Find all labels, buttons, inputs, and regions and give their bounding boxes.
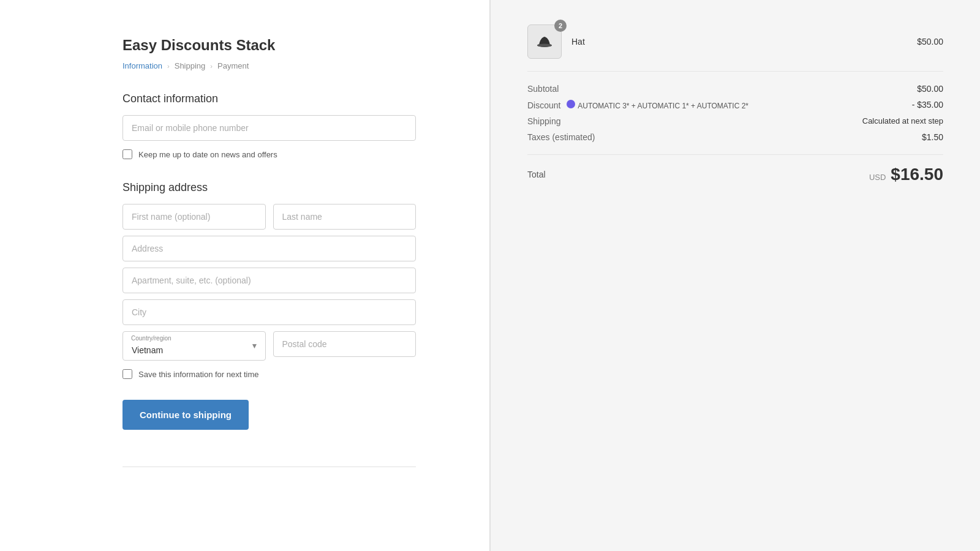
breadcrumb-sep-2: › <box>210 62 213 70</box>
breadcrumb-payment[interactable]: Payment <box>217 61 249 70</box>
address-input[interactable] <box>123 236 416 261</box>
shipping-label: Shipping <box>527 116 862 126</box>
discount-tag-text: AUTOMATIC 3* + AUTOMATIC 1* + AUTOMATIC … <box>578 102 748 110</box>
save-info-label: Save this information for next time <box>138 370 259 379</box>
shipping-section-title: Shipping address <box>123 181 416 194</box>
summary-rows: Subtotal $50.00 Discount AUTOMATIC 3* + … <box>527 84 943 142</box>
summary-divider <box>527 154 943 155</box>
city-input[interactable] <box>123 299 416 325</box>
contact-section: Contact information Keep me up to date o… <box>123 92 416 159</box>
item-image-wrap: 2 <box>527 24 562 59</box>
save-info-row: Save this information for next time <box>123 369 416 379</box>
bottom-divider <box>123 467 416 467</box>
taxes-row: Taxes (estimated) $1.50 <box>527 132 943 142</box>
discount-label: Discount AUTOMATIC 3* + AUTOMATIC 1* + A… <box>527 100 912 110</box>
last-name-input[interactable] <box>273 204 417 230</box>
left-panel: Easy Discounts Stack Information › Shipp… <box>0 0 490 551</box>
country-postal-row: Country/region Vietnam ▼ <box>123 331 416 361</box>
city-field-row <box>123 299 416 325</box>
item-name: Hat <box>571 37 585 47</box>
subtotal-value: $50.00 <box>917 84 943 94</box>
svg-point-1 <box>537 44 552 47</box>
newsletter-label: Keep me up to date on news and offers <box>138 150 277 159</box>
breadcrumb-sep-1: › <box>167 62 170 70</box>
total-currency: USD <box>869 173 886 182</box>
contact-section-title: Contact information <box>123 92 416 105</box>
shipping-row: Shipping Calculated at next step <box>527 116 943 126</box>
total-amount: $16.50 <box>891 165 943 184</box>
taxes-label: Taxes (estimated) <box>527 132 922 142</box>
subtotal-row: Subtotal $50.00 <box>527 84 943 94</box>
breadcrumb-information[interactable]: Information <box>123 61 162 70</box>
country-select-wrap: Country/region Vietnam ▼ <box>123 331 266 361</box>
country-select[interactable]: Vietnam <box>123 331 266 361</box>
email-input[interactable] <box>123 115 416 141</box>
newsletter-row: Keep me up to date on news and offers <box>123 149 416 159</box>
name-row <box>123 204 416 230</box>
discount-value: - $35.00 <box>912 100 943 110</box>
right-panel: 2 Hat $50.00 Subtotal $50.00 Discount AU… <box>490 0 980 551</box>
continue-button-wrap: Continue to shipping <box>123 394 416 430</box>
item-quantity-badge: 2 <box>554 20 567 32</box>
total-row: Total USD $16.50 <box>527 165 943 184</box>
apt-field-row <box>123 268 416 293</box>
item-price: $50.00 <box>917 37 943 47</box>
continue-to-shipping-button[interactable]: Continue to shipping <box>123 400 249 430</box>
shipping-section: Shipping address Country/region Vietnam … <box>123 181 416 430</box>
shipping-value: Calculated at next step <box>862 116 943 126</box>
postal-input[interactable] <box>273 331 417 357</box>
discount-tag-wrap: AUTOMATIC 3* + AUTOMATIC 1* + AUTOMATIC … <box>567 100 748 110</box>
breadcrumb: Information › Shipping › Payment <box>123 61 416 70</box>
breadcrumb-shipping[interactable]: Shipping <box>175 61 206 70</box>
first-name-input[interactable] <box>123 204 266 230</box>
email-field-row <box>123 115 416 141</box>
apt-input[interactable] <box>123 268 416 293</box>
order-item: 2 Hat $50.00 <box>527 24 943 72</box>
newsletter-checkbox[interactable] <box>123 149 132 159</box>
discount-tag-icon <box>567 100 575 108</box>
discount-row: Discount AUTOMATIC 3* + AUTOMATIC 1* + A… <box>527 100 943 110</box>
address-field-row <box>123 236 416 261</box>
total-label: Total <box>527 170 546 179</box>
postal-wrap <box>273 331 417 361</box>
taxes-value: $1.50 <box>922 132 943 142</box>
item-left: 2 Hat <box>527 24 585 59</box>
total-value-wrap: USD $16.50 <box>869 165 943 184</box>
hat-icon <box>535 32 554 51</box>
save-info-checkbox[interactable] <box>123 369 132 379</box>
store-title: Easy Discounts Stack <box>123 37 416 54</box>
subtotal-label: Subtotal <box>527 84 917 94</box>
